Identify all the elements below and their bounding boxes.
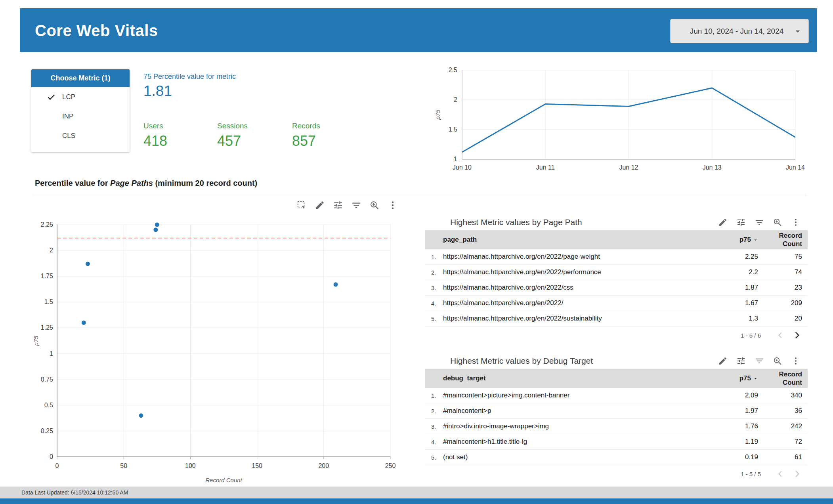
table-row: 4.#maincontent>h1.title.title-lg1.1972 [425, 434, 808, 450]
scorecard-sessions: Sessions 457 [217, 122, 248, 149]
timeseries-chart-svg: 11.522.5Jun 10Jun 11Jun 12Jun 13Jun 14p7… [432, 51, 817, 182]
table-cell: 1.19 [707, 438, 758, 446]
column-header-p75-label: p75 [739, 374, 751, 382]
column-header-page-path[interactable]: page_path [443, 236, 707, 244]
tune-icon[interactable] [736, 218, 746, 227]
column-header-debug-target[interactable]: debug_target [443, 374, 707, 382]
metric-filter-panel: Choose Metric (1) LCPINPCLS [31, 69, 130, 152]
zoom-in-icon[interactable] [773, 356, 782, 366]
table-cell: 3. [425, 284, 443, 291]
table-body: 1.#maincontent>picture>img.content-banne… [425, 388, 808, 465]
table-page-path: Highest Metric values by Page Path page_… [425, 214, 808, 344]
scatter-chart-svg: 00.250.50.7511.251.51.7522.2505010015020… [32, 208, 424, 485]
more-vert-icon[interactable] [791, 356, 801, 366]
table-header-row: debug_target p75 Record Count [425, 369, 808, 388]
date-range-picker[interactable]: Jun 10, 2024 - Jun 14, 2024 [670, 19, 809, 43]
svg-text:1.5: 1.5 [44, 298, 53, 305]
table-debug-target-head: Highest Metric values by Debug Target [425, 353, 808, 369]
column-header-record-count[interactable]: Record Count [758, 370, 808, 387]
svg-text:2: 2 [50, 247, 53, 254]
table-cell: 23 [758, 284, 808, 292]
table-cell: https://almanac.httparchive.org/en/2022/… [443, 253, 707, 261]
page-title: Core Web Vitals [35, 21, 158, 39]
footer-bar: Data Last Updated: 6/15/2024 10:12:50 AM [0, 487, 833, 498]
table-cell: 1.3 [707, 315, 758, 323]
svg-text:p75: p75 [32, 336, 39, 346]
column-header-p75[interactable]: p75 [707, 374, 758, 382]
filter-icon[interactable] [755, 356, 764, 366]
pagination-range: 1 - 5 / 5 [741, 471, 761, 477]
section-divider [32, 196, 806, 196]
table-cell: 72 [758, 438, 808, 446]
table-cell: 2.2 [707, 268, 758, 276]
scorecard-sessions-value: 457 [217, 133, 248, 149]
svg-text:Record Count: Record Count [205, 477, 242, 483]
timeseries-chart[interactable]: 11.522.5Jun 10Jun 11Jun 12Jun 13Jun 14p7… [432, 51, 817, 182]
table-toolbar [718, 218, 801, 227]
svg-text:Jun 12: Jun 12 [619, 164, 638, 171]
table-cell: 4. [425, 439, 443, 445]
svg-text:0.75: 0.75 [41, 376, 53, 383]
table-header-row: page_path p75 Record Count [425, 230, 808, 249]
svg-text:250: 250 [385, 462, 396, 469]
pagination-prev-icon[interactable] [776, 331, 785, 340]
table-cell: 36 [758, 407, 808, 415]
table-pagination: 1 - 5 / 5 [425, 465, 808, 483]
metric-option-lcp[interactable]: LCP [31, 87, 130, 107]
pagination-prev-icon[interactable] [776, 470, 785, 478]
metric-option-inp[interactable]: INP [31, 107, 130, 126]
svg-text:1.25: 1.25 [41, 324, 53, 331]
table-cell: 2. [425, 408, 443, 414]
column-header-record-count[interactable]: Record Count [758, 231, 808, 248]
check-icon [46, 131, 56, 141]
pagination-range: 1 - 5 / 6 [741, 332, 761, 339]
scatter-chart[interactable]: 00.250.50.7511.251.51.7522.2505010015020… [32, 208, 424, 485]
caret-down-icon [793, 26, 803, 36]
check-icon [46, 112, 56, 121]
table-toolbar [718, 356, 801, 366]
last-updated-text: Data Last Updated: 6/15/2024 10:12:50 AM [21, 489, 128, 496]
metric-filter-title[interactable]: Choose Metric (1) [31, 69, 130, 87]
sort-caret-icon [753, 376, 758, 381]
table-cell: 1. [425, 392, 443, 399]
scorecard-records-value: 857 [292, 133, 320, 149]
svg-text:0: 0 [50, 453, 53, 460]
scorecard-percentile-value: 1.81 [143, 83, 236, 99]
tune-icon[interactable] [736, 356, 746, 366]
scorecard-records-label: Records [292, 122, 320, 130]
table-cell: https://almanac.httparchive.org/en/2022/… [443, 268, 707, 276]
column-header-p75-label: p75 [739, 236, 751, 243]
filter-icon[interactable] [755, 218, 764, 227]
table-cell: 2.09 [707, 391, 758, 399]
scorecard-percentile: 75 Percentile value for metric 1.81 [143, 73, 236, 99]
table-cell: 1.97 [707, 407, 758, 415]
pagination-next-icon[interactable] [792, 330, 802, 340]
table-cell: 5. [425, 315, 443, 322]
table-cell: (not set) [443, 453, 707, 461]
column-header-p75[interactable]: p75 [707, 236, 758, 244]
table-cell: 1.67 [707, 299, 758, 307]
svg-text:2.5: 2.5 [449, 67, 457, 73]
svg-text:1: 1 [454, 156, 457, 162]
svg-text:100: 100 [185, 462, 196, 469]
zoom-in-icon[interactable] [773, 218, 782, 227]
sort-caret-icon [753, 237, 758, 242]
svg-text:2: 2 [454, 96, 457, 103]
edit-icon[interactable] [718, 356, 728, 366]
scorecard-records: Records 857 [292, 122, 320, 149]
edit-icon[interactable] [718, 218, 728, 227]
table-debug-target: Highest Metric values by Debug Target de… [425, 353, 808, 483]
pagination-next-icon[interactable] [792, 469, 802, 479]
more-vert-icon[interactable] [791, 218, 801, 227]
svg-text:1: 1 [50, 350, 53, 357]
svg-text:0: 0 [55, 462, 59, 469]
svg-text:0.25: 0.25 [41, 428, 53, 434]
metric-option-cls[interactable]: CLS [31, 126, 130, 145]
svg-text:1.75: 1.75 [41, 273, 53, 279]
table-title: Highest Metric values by Page Path [450, 218, 582, 227]
table-row: 3.#intro>div.intro-image-wrapper>img1.76… [425, 419, 808, 434]
table-cell: 0.19 [707, 453, 758, 461]
date-range-value: Jun 10, 2024 - Jun 14, 2024 [681, 27, 793, 36]
table-row: 4.https://almanac.httparchive.org/en/202… [425, 296, 808, 311]
table-cell: 2.25 [707, 253, 758, 261]
